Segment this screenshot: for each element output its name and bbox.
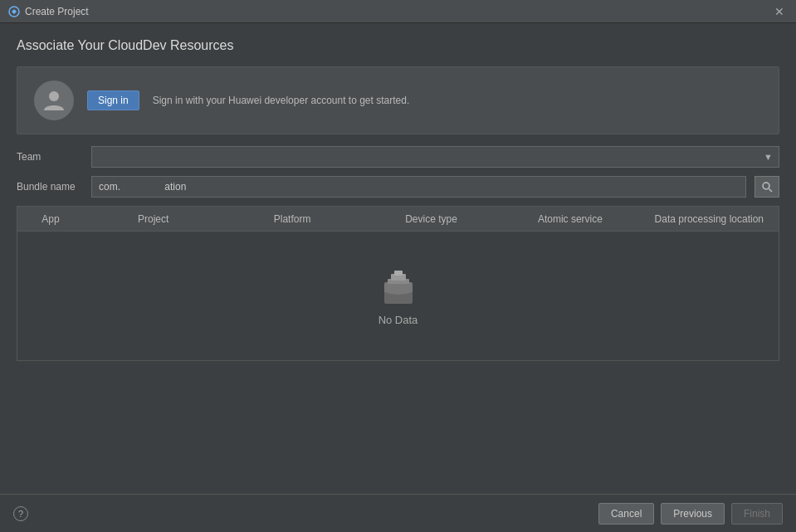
search-button[interactable] — [754, 176, 779, 198]
no-data-icon — [378, 266, 419, 307]
signin-description: Sign in with your Huawei developer accou… — [153, 95, 410, 106]
signin-banner: Sign in Sign in with your Huawei develop… — [17, 66, 779, 134]
table-body: No Data — [17, 232, 779, 360]
user-icon — [41, 87, 67, 114]
avatar — [34, 81, 74, 120]
previous-button[interactable]: Previous — [661, 503, 725, 525]
svg-point-2 — [763, 183, 769, 189]
no-data-text: No Data — [378, 314, 418, 326]
finish-button[interactable]: Finish — [731, 503, 783, 525]
team-select-wrapper: ▼ — [91, 146, 779, 168]
bundle-name-row: Bundle name — [17, 176, 779, 198]
close-button[interactable]: ✕ — [771, 3, 788, 20]
footer: ? Cancel Previous Finish — [0, 494, 796, 532]
cancel-button[interactable]: Cancel — [598, 503, 654, 525]
page-title: Associate Your CloudDev Resources — [17, 38, 779, 53]
col-platform: Platform — [222, 213, 361, 225]
help-button[interactable]: ? — [13, 506, 28, 521]
team-row: Team ▼ — [17, 146, 779, 168]
signin-button[interactable]: Sign in — [87, 90, 139, 110]
title-bar-left: Create Project — [8, 6, 89, 17]
svg-rect-7 — [394, 271, 403, 276]
footer-left: ? — [13, 506, 28, 521]
bundle-name-label: Bundle name — [17, 181, 83, 193]
search-icon — [761, 181, 773, 193]
app-icon — [8, 6, 20, 17]
table-header: App Project Platform Device type Atomic … — [17, 207, 779, 232]
svg-line-3 — [769, 189, 773, 193]
col-device-type: Device type — [362, 213, 501, 225]
data-table: App Project Platform Device type Atomic … — [17, 206, 779, 361]
svg-point-1 — [49, 91, 59, 101]
bundle-name-input[interactable] — [91, 176, 746, 198]
col-project: Project — [84, 213, 222, 225]
main-content: Associate Your CloudDev Resources Sign i… — [0, 23, 796, 376]
window-title: Create Project — [25, 6, 89, 17]
team-label: Team — [17, 151, 83, 163]
col-atomic-service: Atomic service — [501, 213, 639, 225]
footer-buttons: Cancel Previous Finish — [598, 503, 783, 525]
col-app: App — [17, 213, 84, 225]
title-bar: Create Project ✕ — [0, 0, 796, 23]
col-data-processing: Data processing location — [640, 213, 779, 225]
team-select[interactable] — [91, 146, 779, 168]
